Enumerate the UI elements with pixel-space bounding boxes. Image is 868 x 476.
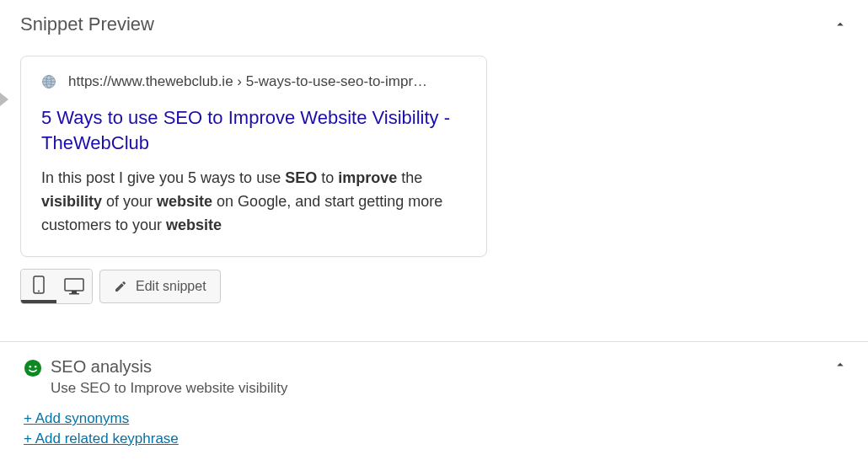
seo-analysis-section: SEO analysis Use SEO to Improve website … xyxy=(0,342,868,456)
svg-point-9 xyxy=(29,366,32,368)
snippet-url-row: https://www.thewebclub.ie › 5-ways-to-us… xyxy=(41,73,466,90)
svg-rect-7 xyxy=(69,293,79,295)
mobile-icon xyxy=(33,275,45,294)
edit-snippet-button[interactable]: Edit snippet xyxy=(99,270,221,303)
snippet-preview-title: Snippet Preview xyxy=(20,13,154,35)
desktop-view-button[interactable] xyxy=(56,270,92,303)
snippet-card: https://www.thewebclub.ie › 5-ways-to-us… xyxy=(20,56,487,257)
device-toggle xyxy=(20,269,93,304)
seo-links: + Add synonyms + Add related keyphrase xyxy=(24,410,848,447)
snippet-title[interactable]: 5 Ways to use SEO to Improve Website Vis… xyxy=(41,105,466,155)
snippet-toolbar: Edit snippet xyxy=(20,269,848,304)
seo-analysis-title: SEO analysis xyxy=(51,357,288,377)
add-related-keyphrase-link[interactable]: + Add related keyphrase xyxy=(24,431,179,447)
snippet-preview-section: Snippet Preview https://www.thewebclub.i… xyxy=(0,0,868,321)
svg-point-10 xyxy=(35,366,37,368)
svg-rect-6 xyxy=(72,291,77,293)
seo-keyphrase: Use SEO to Improve website visibility xyxy=(51,380,288,397)
preview-pointer-icon xyxy=(0,93,8,106)
snippet-url: https://www.thewebclub.ie › 5-ways-to-us… xyxy=(68,73,427,90)
seo-header-left: SEO analysis Use SEO to Improve website … xyxy=(24,357,288,397)
smile-icon xyxy=(24,359,42,377)
pencil-icon xyxy=(114,280,127,293)
svg-point-4 xyxy=(38,291,40,292)
svg-point-8 xyxy=(24,360,41,377)
chevron-up-icon[interactable] xyxy=(833,17,848,32)
desktop-icon xyxy=(64,278,84,295)
chevron-up-icon[interactable] xyxy=(833,357,848,372)
mobile-view-button[interactable] xyxy=(21,270,56,303)
seo-analysis-header[interactable]: SEO analysis Use SEO to Improve website … xyxy=(24,357,848,397)
snippet-preview-header[interactable]: Snippet Preview xyxy=(20,13,848,35)
snippet-description: In this post I give you 5 ways to use SE… xyxy=(41,167,466,238)
svg-rect-5 xyxy=(65,279,83,291)
seo-titles: SEO analysis Use SEO to Improve website … xyxy=(51,357,288,397)
add-synonyms-link[interactable]: + Add synonyms xyxy=(24,410,129,427)
globe-icon xyxy=(41,74,56,89)
edit-snippet-label: Edit snippet xyxy=(136,279,206,294)
